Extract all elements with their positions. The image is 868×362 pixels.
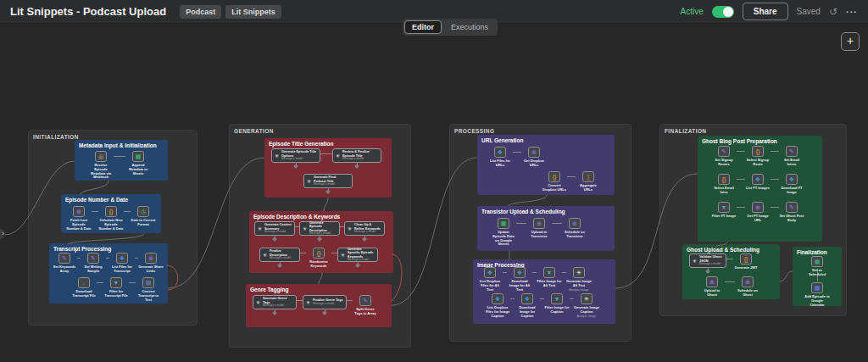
- node-date-to-correct-format[interactable]: ◷Date to Correct Format: [131, 206, 156, 227]
- dropbox-icon: ❖: [116, 253, 128, 264]
- wire: [726, 259, 733, 259]
- workflow-canvas[interactable]: + › INITIALIZATIONGENERATIONPROCESSINGFI…: [0, 24, 868, 362]
- node-split-genre-tags-to-array[interactable]: ✎Split Genre Tags to Array: [353, 295, 378, 316]
- node-list-files-for-urls[interactable]: ❖List Files for URLs: [487, 147, 513, 168]
- node-list-ft-images[interactable]: ❖List FT Images: [745, 174, 771, 191]
- tag-lit-snippets[interactable]: Lit Snippets: [225, 5, 281, 19]
- node-set-writing-sample[interactable]: ✎Set Writing Sample: [81, 253, 106, 274]
- node-filter-for-transcript-file[interactable]: ▼Filter for Transcript File: [103, 277, 129, 298]
- node-calculate-new-episode-number-date[interactable]: {}Calculate New Episode Number & Date: [98, 206, 124, 231]
- node-select-signup-route[interactable]: {}Select Signup Route: [745, 146, 771, 167]
- subgroup-url-generation[interactable]: URL Generation❖List Files for URLs⊕Get D…: [477, 135, 615, 195]
- history-icon[interactable]: ↺: [829, 6, 837, 18]
- http-icon: ⊕: [73, 206, 85, 217]
- wire: [106, 258, 109, 259]
- subgroup-genre-tagging[interactable]: Genre Tagging✳Generate Genre TagsMessage…: [246, 284, 392, 327]
- subgroup-transistor-upload-scheduling[interactable]: Transistor Upload & Scheduling▦Update Ep…: [477, 206, 615, 251]
- node-set-ghost-post-body[interactable]: ✎Set Ghost Post Body: [779, 202, 804, 223]
- wire: [516, 223, 526, 224]
- node-set-signup-routes[interactable]: ✎Set Signup Routes: [711, 146, 737, 167]
- node-generate-final-podcast-title[interactable]: ✳Generate Final Podcast TitleMessage a m…: [303, 174, 353, 188]
- node-label: Validate Ghost JSONMessage a model: [699, 255, 723, 266]
- saved-status: Saved: [797, 7, 821, 16]
- node-list-files-for-transcript[interactable]: ❖List Files for Transcript: [109, 253, 135, 274]
- node-label: Set Ghost Post Body: [779, 214, 804, 223]
- node-download-image-for-alt-text[interactable]: ❖Download Image for Alt Text: [507, 267, 532, 292]
- node-schedule-on-ghost[interactable]: ⊕Schedule on Ghost: [735, 276, 760, 298]
- subgroup-episode-number-date[interactable]: Episode Number & Date⊕Fetch Last Episode…: [61, 194, 161, 233]
- node-convert-dropbox-urls[interactable]: {}Convert Dropbox URLs: [542, 171, 567, 192]
- subgroup-ghost-upload-scheduling[interactable]: Ghost Upload & Scheduling✳Validate Ghost…: [682, 244, 780, 299]
- node-receive-episode-metadata-via-webhook[interactable]: ◎Receive Episode Metadata via Webhook: [88, 151, 114, 180]
- node-label: Generate Content SummaryMessage a model: [264, 223, 292, 234]
- node-generate-content-summary[interactable]: ✳Generate Content SummaryMessage a model: [254, 221, 295, 236]
- node-fetch-last-episode-number-date[interactable]: ⊕Fetch Last Episode Number & Date: [66, 206, 92, 231]
- node-review-finalize-episode-title[interactable]: ✳Review & Finalize Episode TitleMessage …: [332, 148, 381, 163]
- node-set-as-scheduled[interactable]: ▦Set as Scheduled: [804, 256, 830, 277]
- node-select-email-intro[interactable]: {}Select Email Intro: [711, 174, 737, 195]
- active-toggle[interactable]: [712, 6, 734, 18]
- subgroup-ghost-blog-post-preparation[interactable]: Ghost Blog Post Preparation✎Set Signup R…: [698, 136, 822, 242]
- node-generate-episode-description[interactable]: ✳Generate Episode DescriptionMessage a m…: [299, 221, 340, 236]
- node-label: Finalize DescriptionMessage a model: [270, 249, 297, 260]
- node-upload-to-ghost[interactable]: ⊕Upload to Ghost: [699, 276, 725, 298]
- node-generate-share-links[interactable]: ⊕Generate Share Links: [138, 253, 164, 274]
- node-aggregate-urls[interactable]: ∑Aggregate URLs: [576, 171, 601, 192]
- more-menu-icon[interactable]: ···: [846, 7, 858, 17]
- node-generate-image-alt-text[interactable]: ✳Generate Image Alt TextAnalyze image: [566, 267, 592, 292]
- subgroup-episode-description-keywords[interactable]: Episode Description & Keywords✳Generate …: [249, 211, 393, 273]
- node-list-dropbox-files-for-alt-text[interactable]: ❖List Dropbox Files for Alt Text: [477, 267, 503, 292]
- node-label: Generate Genre TagsMessage a model: [263, 297, 293, 308]
- node-schedule-on-transistor[interactable]: ⊕Schedule on Transistor: [562, 218, 587, 239]
- node-generate-genre-tags[interactable]: ✳Generate Genre TagsMessage a model: [253, 295, 297, 309]
- node-subtitle: Message a model: [313, 303, 343, 306]
- node-finalize-genre-tags[interactable]: ✳Finalize Genre TagsMessage a model: [303, 295, 347, 309]
- subgroup-metadata-input-initialization[interactable]: Metadata Input & Initialization◎Receive …: [75, 140, 168, 181]
- node-label: Schedule on Ghost: [735, 289, 760, 298]
- node-generate-jwt[interactable]: {}Generate JWT: [733, 253, 759, 270]
- share-button[interactable]: Share: [743, 3, 788, 20]
- subgroup-image-processing[interactable]: Image Processing❖List Dropbox Files for …: [473, 259, 615, 324]
- node-label: Set Writing Sample: [81, 265, 106, 274]
- node-filter-image-for-alt-text[interactable]: ▼Filter Image for Alt Text: [537, 267, 562, 288]
- add-node-button[interactable]: +: [841, 32, 860, 51]
- node-generate-specific-episode-keywords[interactable]: ✳Generate Specific Episode KeywordsMessa…: [337, 248, 378, 262]
- node-add-episode-to-google-calendar[interactable]: ▦Add Episode to Google Calendar: [804, 282, 830, 307]
- node-set-email-intros[interactable]: ✎Set Email Intros: [779, 146, 804, 167]
- subgroup-finalization[interactable]: Finalization▦Set as Scheduled▦Add Episod…: [793, 247, 842, 306]
- node-generate-image-caption[interactable]: ✳Generate Image CaptionAnalyze image: [574, 293, 599, 318]
- node-finalize-description[interactable]: ✳Finalize DescriptionMessage a model: [259, 248, 300, 262]
- node-clean-up-refine-keywords[interactable]: ✳Clean Up & Refine KeywordsMessage a mod…: [344, 221, 385, 236]
- tab-executions[interactable]: Executions: [443, 20, 496, 34]
- filter-icon: ▼: [718, 202, 730, 213]
- node-get-dropbox-urls[interactable]: ⊕Get Dropbox URLs: [521, 147, 547, 168]
- node-set-keywords-array[interactable]: ✎Set Keywords Array: [52, 253, 77, 274]
- node-get-ft-image-url[interactable]: ⊕Get FT Image URL: [745, 202, 771, 223]
- dropbox-icon: ❖: [514, 267, 526, 278]
- node-label: Generate Episode Title OptionsMessage a …: [281, 150, 317, 161]
- node-filter-ft-image[interactable]: ▼Filter FT Image: [711, 202, 737, 219]
- node-convert-transcript-to-text[interactable]: ▤Convert Transcript to Text: [136, 277, 161, 302]
- node-download-image-for-caption[interactable]: ❖Download Image for Caption: [515, 293, 540, 318]
- node-filter-image-for-caption[interactable]: ▼Filter Image for Caption: [544, 293, 570, 315]
- node-row: ✳Generate Content SummaryMessage a model…: [254, 221, 385, 236]
- http-icon: ⊕: [145, 253, 157, 264]
- subgroup-transcript-processing[interactable]: Transcript Processing✎Set Keywords Array…: [49, 243, 168, 304]
- node-row: ▦Set as Scheduled: [804, 256, 830, 277]
- node-validate-ghost-json[interactable]: ✳Validate Ghost JSONMessage a model: [689, 253, 726, 268]
- http-icon: ⊕: [742, 276, 754, 287]
- wire: [347, 300, 353, 301]
- node-update-episode-data-on-google-sheets[interactable]: ▦Update Episode Data on Google Sheets: [491, 218, 516, 247]
- node-download-ft-image[interactable]: ❖Download FT Image: [779, 174, 804, 195]
- subgroup-episode-title-generation[interactable]: Episode Title Generation✳Generate Episod…: [264, 138, 392, 198]
- node-upload-to-transistor[interactable]: ⊕Upload to Transistor: [526, 218, 552, 239]
- node-generate-episode-title-options[interactable]: ✳Generate Episode Title OptionsMessage a…: [271, 148, 320, 163]
- wire: [552, 223, 562, 224]
- sidebar-expand-icon[interactable]: ›: [0, 229, 5, 239]
- node-randomize-keywords[interactable]: {}Randomize Keywords: [306, 248, 331, 269]
- node-append-metadata-to-sheets[interactable]: ▦Append Metadata to Sheets: [125, 151, 151, 175]
- node-download-transcript-file[interactable]: ↓Download Transcript File: [71, 277, 97, 298]
- tab-editor[interactable]: Editor: [404, 20, 442, 34]
- node-list-dropbox-files-for-image-caption[interactable]: ❖List Dropbox Files for Image Caption: [485, 293, 510, 318]
- tag-podcast[interactable]: Podcast: [180, 5, 221, 19]
